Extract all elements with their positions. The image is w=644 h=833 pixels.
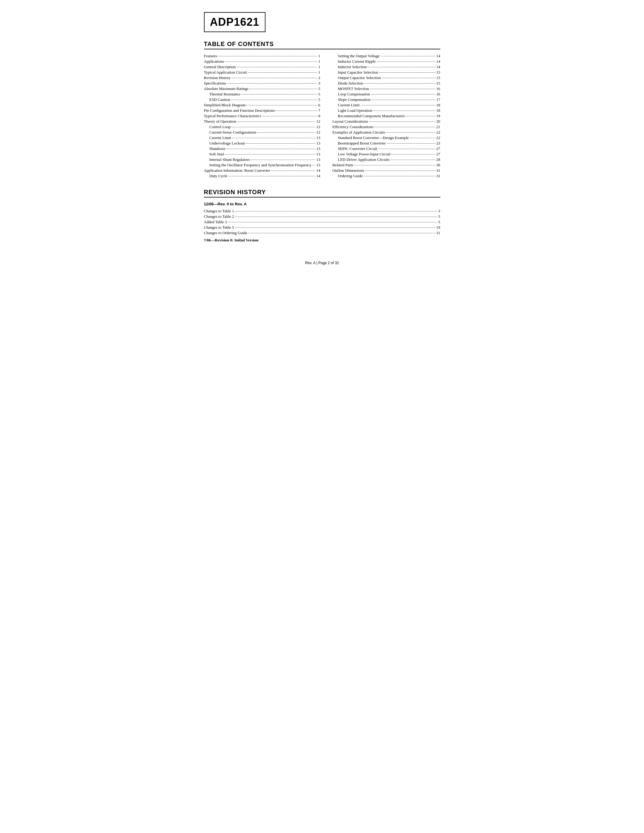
toc-item-label: Typical Performance Characteristics [204, 114, 261, 119]
toc-item: Diode Selection15 [332, 81, 440, 86]
toc-item-page: 13 [316, 162, 320, 167]
toc-item-label: Thermal Resistance [204, 92, 241, 96]
toc-item: Bootstrapped Boost Converter23 [332, 141, 440, 146]
toc-item-page: 1 [318, 59, 320, 64]
toc-item: Soft Start13 [204, 152, 320, 157]
rev-item: Changes to Ordering Guide31 [204, 230, 440, 235]
toc-item: Setting the Output Voltage14 [332, 54, 440, 58]
toc-item: Light Load Operation18 [332, 108, 440, 113]
toc-item: Thermal Resistance5 [204, 92, 320, 96]
toc-item-page: 21 [436, 124, 440, 129]
toc-item-page: 22 [436, 130, 440, 135]
toc-item-page: 31 [436, 174, 440, 178]
toc-item-label: Related Parts [332, 162, 353, 167]
toc-item: Low Voltage Power-Input Circuit27 [332, 152, 440, 157]
toc-item-label: Efficiency Considerations [332, 124, 374, 129]
toc-item: Examples of Application Circuits22 [332, 130, 440, 135]
toc-item-label: Simplified Block Diagram [204, 103, 246, 108]
toc-item: Efficiency Considerations21 [332, 124, 440, 129]
toc-item: Specifications3 [204, 81, 320, 86]
rev-item: Changes to Table 25 [204, 214, 440, 219]
toc-item: Applications1 [204, 59, 320, 64]
toc-item-label: Application Information: Boost Converter [204, 168, 270, 173]
toc-item: Inductor Current Ripple14 [332, 59, 440, 64]
toc-item: Control Loop12 [204, 124, 320, 129]
toc-item: Revision History2 [204, 76, 320, 80]
toc-item-label: Low Voltage Power-Input Circuit [332, 152, 391, 157]
toc-item: Duty Cycle14 [204, 174, 320, 178]
toc-item: Undervoltage Lockout13 [204, 141, 320, 146]
toc-item-label: Current Limit [204, 135, 231, 140]
toc-item-page: 13 [316, 146, 320, 151]
toc-item: Internal Shunt Regulators13 [204, 157, 320, 162]
toc-item-page: 15 [436, 70, 440, 75]
toc-container: Features1Applications1General Descriptio… [204, 54, 440, 179]
revision-heading: REVISION HISTORY [204, 189, 440, 198]
toc-item-label: Inductor Selection [332, 64, 367, 69]
toc-item: Typical Application Circuit1 [204, 70, 320, 75]
toc-item-page: 1 [318, 54, 320, 58]
toc-item: Setting the Oscillator Frequency and Syn… [204, 162, 320, 167]
toc-item: Output Capacitor Selection15 [332, 76, 440, 80]
toc-item: Layout Considerations20 [332, 119, 440, 124]
toc-item-label: Setting the Output Voltage [332, 54, 380, 58]
toc-item-page: 16 [436, 92, 440, 96]
toc-item-label: Outline Dimensions [332, 168, 364, 173]
toc-item-page: 13 [316, 152, 320, 157]
toc-item: Loop Compensation16 [332, 92, 440, 96]
toc-item-page: 31 [436, 168, 440, 173]
toc-item-label: SEPIC Converter Circuit [332, 146, 377, 151]
toc-item-page: 19 [436, 114, 440, 119]
toc-item-page: 30 [436, 162, 440, 167]
toc-item-page: 5 [318, 86, 320, 91]
toc-left-col: Features1Applications1General Descriptio… [204, 54, 320, 179]
toc-item-label: Pin Configuration and Function Descripti… [204, 108, 275, 113]
toc-item-label: Layout Considerations [332, 119, 368, 124]
toc-item-page: 18 [436, 108, 440, 113]
toc-item-page: 14 [316, 174, 320, 178]
toc-item-label: Light Load Operation [332, 108, 372, 113]
toc-item-page: 1 [318, 70, 320, 75]
toc-item-label: Current-Sense Configurations [204, 130, 257, 135]
toc-item-label: Absolute Maximum Ratings [204, 86, 248, 91]
toc-item-label: Diode Selection [332, 81, 363, 86]
toc-item-label: Revision History [204, 76, 231, 80]
toc-item-label: Control Loop [204, 124, 231, 129]
toc-item: Recommended Component Manufacturers19 [332, 114, 440, 119]
toc-item-label: Internal Shunt Regulators [204, 157, 250, 162]
toc-item-page: 5 [318, 92, 320, 96]
toc-item-page: 17 [436, 97, 440, 102]
toc-item-label: Applications [204, 59, 224, 64]
toc-item: Current-Sense Configurations12 [204, 130, 320, 135]
toc-item: Simplified Block Diagram6 [204, 103, 320, 108]
toc-item-page: 18 [436, 103, 440, 108]
rev-item: Changes to Table 13 [204, 209, 440, 214]
toc-item: Shutdown13 [204, 146, 320, 151]
toc-item: Related Parts30 [332, 162, 440, 167]
toc-item-page: 14 [316, 168, 320, 173]
toc-item-page: 28 [436, 157, 440, 162]
toc-item-page: 12 [316, 119, 320, 124]
toc-item-label: Specifications [204, 81, 226, 86]
toc-item-label: General Description [204, 64, 236, 69]
toc-item-label: Input Capacitor Selection [332, 70, 378, 75]
toc-item-page: 5 [318, 97, 320, 102]
toc-item-page: 27 [436, 152, 440, 157]
toc-item-page: 1 [318, 64, 320, 69]
toc-item-page: 7 [318, 108, 320, 113]
toc-item-page: 6 [318, 103, 320, 108]
toc-item: Slope Compensation17 [332, 97, 440, 102]
toc-item-label: Typical Application Circuit [204, 70, 247, 75]
toc-item: Absolute Maximum Ratings5 [204, 86, 320, 91]
toc-item-label: Current Limit [332, 103, 360, 108]
footer: Rev. A | Page 2 of 32 [204, 261, 440, 265]
toc-item-page: 13 [316, 135, 320, 140]
toc-item-label: Bootstrapped Boost Converter [332, 141, 386, 146]
toc-item-page: 14 [436, 59, 440, 64]
toc-item-label: Undervoltage Lockout [204, 141, 245, 146]
toc-item-label: Soft Start [204, 152, 224, 157]
toc-item-page: 13 [316, 157, 320, 162]
toc-item: ESD Caution5 [204, 97, 320, 102]
toc-item: Pin Configuration and Function Descripti… [204, 108, 320, 113]
toc-item: Theory of Operation12 [204, 119, 320, 124]
